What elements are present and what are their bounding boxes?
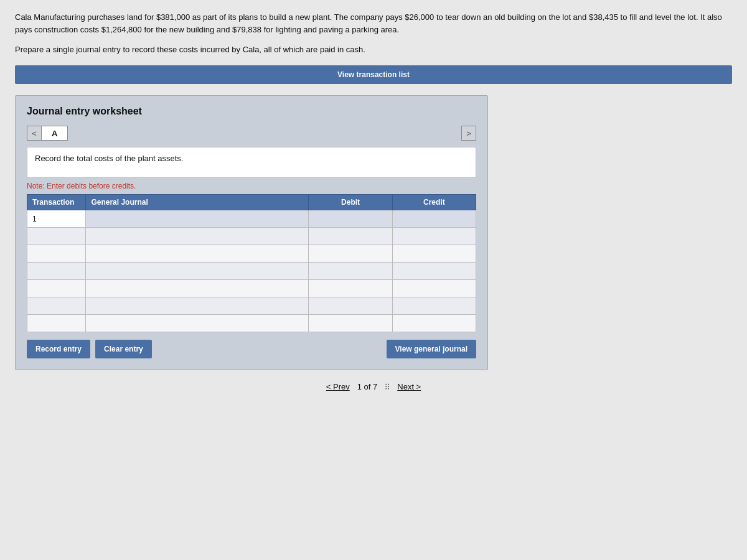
credit-input-1[interactable] bbox=[393, 210, 476, 227]
general-journal-cell-2[interactable] bbox=[86, 228, 309, 245]
debit-cell-1[interactable] bbox=[309, 210, 392, 228]
transaction-num-3 bbox=[27, 245, 86, 263]
table-row: 1 bbox=[27, 210, 476, 228]
general-journal-cell-7[interactable] bbox=[86, 315, 309, 332]
journal-entry-worksheet: Journal entry worksheet < A > Record the… bbox=[15, 95, 488, 370]
debit-input-6[interactable] bbox=[309, 297, 392, 314]
tab-a-label[interactable]: A bbox=[42, 126, 68, 141]
credit-input-3[interactable] bbox=[393, 245, 476, 262]
tab-next-arrow[interactable]: > bbox=[461, 126, 476, 141]
credit-input-2[interactable] bbox=[393, 228, 476, 245]
credit-cell-6[interactable] bbox=[392, 297, 476, 315]
credit-input-7[interactable] bbox=[393, 315, 476, 332]
debit-cell-5[interactable] bbox=[309, 280, 392, 297]
col-debit: Debit bbox=[309, 195, 392, 210]
general-journal-input-2[interactable] bbox=[86, 228, 308, 245]
debit-input-5[interactable] bbox=[309, 280, 392, 297]
transaction-num-4 bbox=[27, 263, 86, 280]
worksheet-title: Journal entry worksheet bbox=[27, 106, 476, 117]
col-general-journal: General Journal bbox=[86, 195, 309, 210]
general-journal-cell-3[interactable] bbox=[86, 245, 309, 263]
view-transaction-button[interactable]: View transaction list bbox=[15, 65, 732, 84]
prev-button[interactable]: < Prev bbox=[326, 382, 350, 391]
debit-input-3[interactable] bbox=[309, 245, 392, 262]
table-row bbox=[27, 280, 476, 297]
debit-cell-3[interactable] bbox=[309, 245, 392, 263]
problem-text-1: Cala Manufacturing purchases land for $3… bbox=[15, 11, 732, 36]
record-instruction: Record the total costs of the plant asse… bbox=[27, 147, 476, 178]
credit-cell-7[interactable] bbox=[392, 315, 476, 332]
credit-input-5[interactable] bbox=[393, 280, 476, 297]
general-journal-input-1[interactable] bbox=[86, 210, 308, 227]
table-row bbox=[27, 315, 476, 332]
prepare-text: Prepare a single journal entry to record… bbox=[15, 45, 732, 54]
credit-cell-4[interactable] bbox=[392, 263, 476, 280]
general-journal-input-4[interactable] bbox=[86, 263, 308, 279]
col-transaction: Transaction bbox=[27, 195, 86, 210]
debit-cell-6[interactable] bbox=[309, 297, 392, 315]
credit-cell-1[interactable] bbox=[392, 210, 476, 228]
credit-input-4[interactable] bbox=[393, 263, 476, 279]
debit-cell-7[interactable] bbox=[309, 315, 392, 332]
general-journal-input-3[interactable] bbox=[86, 245, 308, 262]
general-journal-input-5[interactable] bbox=[86, 280, 308, 297]
note-text: Note: Enter debits before credits. bbox=[27, 182, 476, 190]
credit-cell-2[interactable] bbox=[392, 228, 476, 245]
tab-prev-arrow[interactable]: < bbox=[27, 126, 42, 141]
table-row bbox=[27, 263, 476, 280]
bottom-buttons: Record entry Clear entry View general jo… bbox=[27, 340, 476, 358]
general-journal-cell-6[interactable] bbox=[86, 297, 309, 315]
debit-input-1[interactable] bbox=[309, 210, 392, 227]
general-journal-cell-1[interactable] bbox=[86, 210, 309, 228]
record-entry-button[interactable]: Record entry bbox=[27, 340, 90, 358]
transaction-num-2 bbox=[27, 228, 86, 245]
transaction-num-1: 1 bbox=[27, 210, 86, 228]
view-general-journal-button[interactable]: View general journal bbox=[387, 340, 476, 358]
transaction-num-6 bbox=[27, 297, 86, 315]
table-row bbox=[27, 228, 476, 245]
journal-table: Transaction General Journal Debit Credit… bbox=[27, 194, 476, 332]
debit-cell-4[interactable] bbox=[309, 263, 392, 280]
pagination-current: 1 of 7 bbox=[357, 382, 378, 391]
pagination-row: < Prev 1 of 7 ⁝⁝ Next > bbox=[15, 381, 732, 391]
credit-input-6[interactable] bbox=[393, 297, 476, 314]
debit-input-2[interactable] bbox=[309, 228, 392, 245]
next-button[interactable]: Next > bbox=[397, 382, 421, 391]
clear-entry-button[interactable]: Clear entry bbox=[95, 340, 152, 358]
debit-cell-2[interactable] bbox=[309, 228, 392, 245]
general-journal-cell-4[interactable] bbox=[86, 263, 309, 280]
col-credit: Credit bbox=[392, 195, 476, 210]
transaction-num-7 bbox=[27, 315, 86, 332]
debit-input-4[interactable] bbox=[309, 263, 392, 279]
general-journal-cell-5[interactable] bbox=[86, 280, 309, 297]
grid-icon: ⁝⁝ bbox=[385, 381, 390, 391]
table-row bbox=[27, 245, 476, 263]
credit-cell-3[interactable] bbox=[392, 245, 476, 263]
general-journal-input-7[interactable] bbox=[86, 315, 308, 332]
tab-navigation: < A > bbox=[27, 126, 476, 141]
table-row bbox=[27, 297, 476, 315]
general-journal-input-6[interactable] bbox=[86, 297, 308, 314]
debit-input-7[interactable] bbox=[309, 315, 392, 332]
transaction-num-5 bbox=[27, 280, 86, 297]
credit-cell-5[interactable] bbox=[392, 280, 476, 297]
